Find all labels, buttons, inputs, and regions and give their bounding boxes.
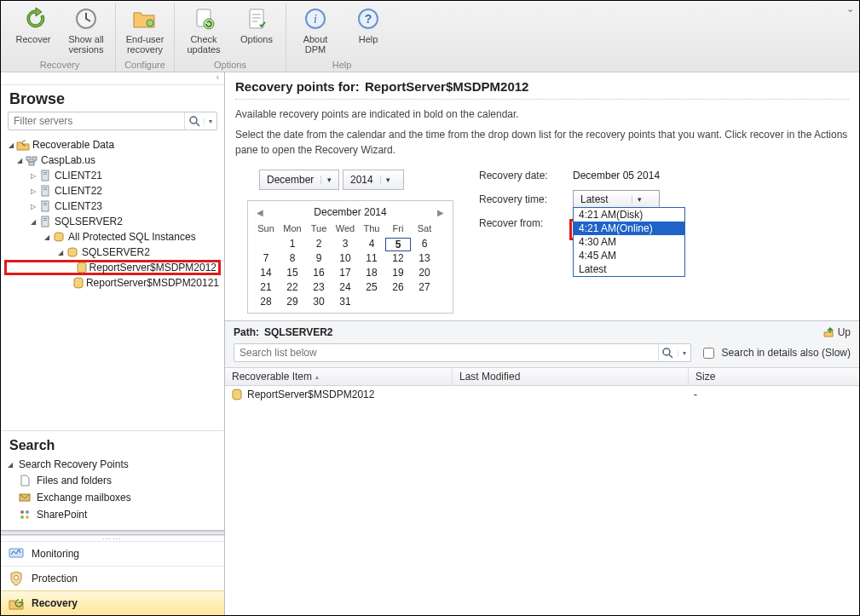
recovery-time-option[interactable]: 4:45 AM [574,249,684,262]
twisty-icon[interactable]: ◢ [8,461,16,469]
calendar-day[interactable]: 15 [280,267,305,280]
calendar-day[interactable]: 22 [280,281,305,295]
filter-servers-field[interactable]: ▾ [8,112,217,130]
tree-server[interactable]: ▷CLIENT23 [4,199,221,214]
twisty-icon[interactable]: ◢ [6,141,16,149]
tree-database[interactable]: ReportServer$MSDPM20121 [4,275,221,291]
nav-grip[interactable]: ⋯⋯ [1,535,224,541]
calendar-day[interactable]: 27 [412,281,437,295]
calendar-day[interactable]: 23 [306,281,332,295]
svg-rect-12 [29,162,34,165]
calendar-day[interactable]: 25 [359,281,384,295]
tree-domain[interactable]: ◢ CaspLab.us [4,153,221,168]
search-in-details-input[interactable] [703,348,714,359]
calendar-day[interactable]: 30 [306,296,332,309]
calendar-day[interactable]: 9 [306,252,332,266]
calendar-prev[interactable]: ◀ [257,208,263,217]
tree-server[interactable]: ◢SQLSERVER2 [4,214,221,229]
up-label: Up [838,326,851,338]
twisty-icon[interactable]: ▷ [28,203,38,210]
filter-servers-input[interactable] [9,112,184,130]
calendar-day[interactable]: 19 [385,267,411,280]
table-row[interactable]: ReportServer$MSDPM2012- [225,386,859,403]
calendar-day[interactable]: 20 [412,267,437,280]
sidebar-collapse-icon[interactable]: ‹ [1,72,224,85]
column-size[interactable]: Size [689,368,859,385]
calendar-day[interactable]: 24 [332,281,358,295]
tree-sql-instance[interactable]: ◢ SQLSERVER2 [4,245,221,260]
svg-rect-13 [42,170,49,181]
nav-recovery[interactable]: Recovery [1,590,224,616]
search-exchange-mailboxes[interactable]: Exchange mailboxes [1,489,224,506]
search-recovery-points-header[interactable]: ◢ Search Recovery Points [1,457,224,472]
recovery-time-option[interactable]: 4:21 AM(Disk) [574,208,684,222]
help-button[interactable]: ? Help [343,3,394,55]
check-updates-button[interactable]: Check updates [178,3,229,55]
twisty-icon[interactable]: ◢ [28,218,38,226]
nav-monitoring[interactable]: Monitoring [1,541,224,566]
calendar-day[interactable]: 21 [253,281,279,295]
nav-protection[interactable]: Protection [1,566,224,590]
twisty-icon[interactable]: ◢ [42,233,52,241]
twisty-icon[interactable]: ◢ [55,249,66,256]
twisty-icon[interactable]: ▷ [28,172,38,180]
calendar-day[interactable]: 4 [359,238,384,251]
table-header: Recoverable Item▴ Last Modified Size [225,367,859,386]
recovery-time-option[interactable]: 4:21 AM(Online) [574,222,684,235]
tree-sql-group[interactable]: ◢ All Protected SQL Instances [4,229,221,245]
tree-root[interactable]: ◢ Recoverable Data [4,137,221,153]
year-dropdown[interactable]: 2014 ▾ [343,170,404,190]
end-user-recovery-button[interactable]: End-user recovery [119,3,170,55]
calendar-day[interactable]: 26 [385,281,411,295]
month-dropdown[interactable]: December ▾ [259,170,339,190]
cell-size: - [694,389,697,400]
recovery-time-option[interactable]: Latest [574,262,684,276]
ribbon-collapse-icon[interactable]: ⌄ [846,3,854,14]
calendar-day[interactable]: 5 [385,238,411,251]
recovery-time-option[interactable]: 4:30 AM [574,235,684,249]
calendar-day[interactable]: 11 [359,252,384,266]
calendar-day[interactable]: 28 [253,296,279,309]
calendar-day[interactable]: 1 [280,238,305,251]
filter-dropdown-icon[interactable]: ▾ [204,118,216,125]
recover-button[interactable]: Recover [8,3,59,55]
calendar-day[interactable]: 6 [412,238,437,251]
calendar-day[interactable]: 12 [385,252,411,266]
calendar-day[interactable]: 18 [359,267,384,280]
calendar-day[interactable]: 3 [332,238,358,251]
search-in-details-checkbox[interactable]: Search in details also (Slow) [700,345,851,361]
search-files-and-folders[interactable]: Files and folders [1,472,224,489]
column-last-modified[interactable]: Last Modified [453,368,689,385]
calendar-day[interactable]: 2 [306,238,332,251]
about-dpm-button[interactable]: i About DPM [290,3,341,55]
calendar-day[interactable]: 10 [332,252,358,266]
calendar-day[interactable]: 13 [412,252,437,266]
options-button[interactable]: Options [231,3,282,55]
search-dropdown-icon[interactable]: ▾ [678,349,690,357]
calendar-next[interactable]: ▶ [437,208,444,217]
twisty-icon[interactable]: ▷ [28,187,38,195]
search-icon[interactable] [184,112,204,130]
svg-text:?: ? [365,12,372,26]
column-recoverable-item[interactable]: Recoverable Item▴ [225,368,453,385]
svg-rect-34 [9,549,23,557]
up-button[interactable]: Up [822,326,851,338]
search-list-input[interactable] [234,344,658,361]
recovery-time-dropdown[interactable]: Latest ▾ 4:21 AM(Disk)4:21 AM(Online)4:3… [573,190,660,209]
calendar-day[interactable]: 7 [253,252,279,266]
ribbon-group-label: Options [178,60,282,72]
twisty-icon[interactable]: ◢ [14,157,25,164]
tree-database-highlighted[interactable]: ReportServer$MSDPM2012 [4,260,221,275]
calendar-day[interactable]: 16 [306,267,332,280]
search-sharepoint[interactable]: SharePoint [1,506,224,523]
calendar-day[interactable]: 29 [280,296,305,309]
search-icon[interactable] [658,344,678,361]
calendar-day[interactable]: 31 [332,296,358,309]
show-all-versions-button[interactable]: Show all versions [61,3,112,55]
calendar-day[interactable]: 14 [253,267,279,280]
tree-server[interactable]: ▷CLIENT22 [4,183,221,199]
calendar-day[interactable]: 17 [332,267,358,280]
calendar-day[interactable]: 8 [280,252,305,266]
search-list-field[interactable]: ▾ [234,343,691,362]
tree-server[interactable]: ▷CLIENT21 [4,168,221,183]
